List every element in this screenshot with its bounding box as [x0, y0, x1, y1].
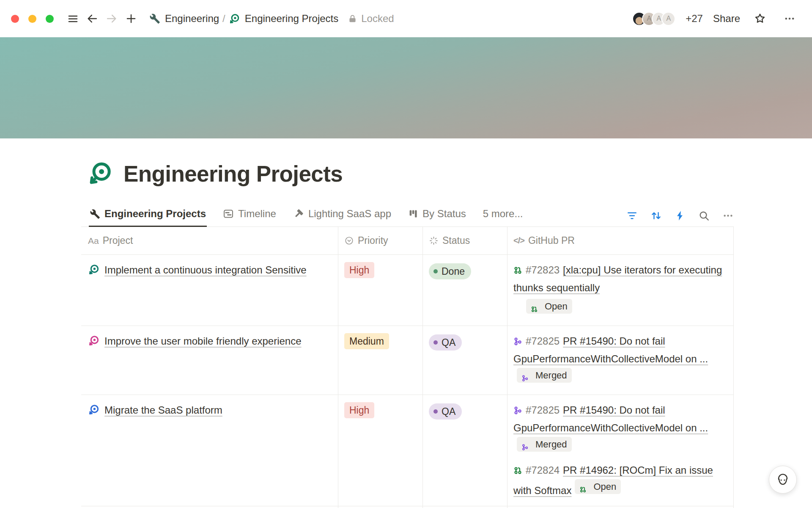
pr-number: #72825: [526, 404, 560, 416]
status-label: Done: [442, 264, 465, 279]
priority-cell[interactable]: High: [338, 395, 423, 506]
search-icon: [699, 210, 710, 221]
locked-indicator[interactable]: Locked: [348, 13, 394, 25]
code-type-icon: </>: [513, 236, 524, 246]
view-options-button[interactable]: [722, 210, 734, 221]
project-title-link[interactable]: Implement a continuous integration Sensi…: [104, 264, 307, 276]
filter-icon: [626, 210, 638, 221]
member-avatars[interactable]: A A A: [632, 12, 675, 26]
page-options-button[interactable]: [780, 9, 799, 28]
github-pr-cell[interactable]: #72825PR #15490: Do not fail GpuPerforma…: [508, 326, 734, 395]
hammer-icon: [293, 208, 304, 219]
back-button[interactable]: [82, 9, 102, 28]
pr-state-label: Merged: [535, 368, 567, 382]
star-icon: [754, 12, 766, 25]
page-title-row: Engineering Projects: [87, 160, 734, 187]
project-title-link[interactable]: Improve the user mobile friendly experie…: [104, 335, 302, 347]
filter-button[interactable]: [626, 210, 638, 221]
tab-timeline[interactable]: Timeline: [222, 204, 277, 227]
page-icon[interactable]: [87, 160, 113, 187]
tab-engineering-projects[interactable]: Engineering Projects: [89, 204, 207, 227]
forward-button[interactable]: [102, 9, 121, 28]
sort-button[interactable]: [650, 210, 662, 221]
view-tabs-bar: Engineering Projects Timeline Lighting S…: [81, 204, 734, 227]
tab-by-status[interactable]: By Status: [407, 204, 467, 227]
breadcrumb-workspace-label: Engineering: [165, 13, 219, 25]
topbar: Engineering / Engineering Projects Locke…: [0, 0, 812, 37]
text-type-icon: Aa: [88, 236, 99, 246]
column-header-github-pr[interactable]: </> GitHub PR: [508, 227, 734, 254]
ai-face-icon: [775, 472, 790, 487]
table-row: Migrate the SaaS platform High QA #72825…: [81, 395, 734, 506]
github-pr-cell[interactable]: [508, 506, 734, 508]
breadcrumb-page-label: Engineering Projects: [245, 13, 338, 25]
breadcrumb-page[interactable]: Engineering Projects: [226, 11, 341, 26]
pr-state-badge: Open: [575, 479, 621, 494]
table-row: Implement a continuous integration Sensi…: [81, 255, 734, 326]
zap-icon: [675, 210, 686, 221]
project-cell[interactable]: Improve the user mobile friendly experie…: [81, 326, 338, 395]
automations-button[interactable]: [675, 210, 686, 221]
notion-ai-button[interactable]: [769, 466, 797, 494]
pr-state-label: Open: [593, 480, 616, 494]
github-pr-cell[interactable]: #72825PR #15490: Do not fail GpuPerforma…: [508, 395, 734, 506]
priority-cell[interactable]: [338, 506, 423, 508]
column-label: Priority: [358, 235, 388, 246]
github-pr-cell[interactable]: #72823[xla:cpu] Use iterators for execut…: [508, 255, 734, 326]
zoom-window-button[interactable]: [46, 15, 54, 23]
project-cell[interactable]: Migrate the SaaS platform: [81, 395, 338, 506]
page-cover: [0, 37, 812, 138]
pr-open-icon: [579, 483, 587, 490]
tab-lighting-saas-app[interactable]: Lighting SaaS app: [292, 204, 392, 227]
status-label: QA: [442, 404, 455, 419]
column-label: GitHub PR: [528, 235, 575, 246]
status-label: QA: [442, 335, 455, 350]
column-header-priority[interactable]: Priority: [338, 227, 423, 254]
priority-cell[interactable]: High: [338, 255, 423, 326]
pr-entry: #72823[xla:cpu] Use iterators for execut…: [513, 261, 725, 319]
project-cell[interactable]: Implement a continuous integration Sensi…: [81, 255, 338, 326]
status-dot: [433, 269, 438, 273]
pr-open-icon: [531, 303, 538, 310]
breadcrumb-workspace[interactable]: Engineering: [147, 11, 222, 26]
avatar[interactable]: A: [661, 12, 675, 26]
priority-cell[interactable]: Medium: [338, 326, 423, 395]
favorite-button[interactable]: [750, 9, 770, 28]
pr-entry: #72825PR #15490: Do not fail GpuPerforma…: [513, 401, 725, 457]
new-page-button[interactable]: [121, 9, 141, 28]
tab-label: Timeline: [238, 208, 276, 220]
priority-badge: High: [344, 402, 374, 418]
pr-entry: #72825PR #15490: Do not fail GpuPerforma…: [513, 332, 725, 388]
table-header: Aa Project Priority Status </> GitHub PR: [81, 227, 734, 255]
pr-state-badge: Open: [526, 299, 572, 314]
tab-label: 5 more...: [483, 208, 523, 220]
plus-icon: [125, 13, 137, 25]
project-cell[interactable]: [81, 506, 338, 508]
tab-more-views[interactable]: 5 more...: [482, 204, 524, 227]
priority-badge: High: [344, 262, 374, 278]
lock-icon: [348, 14, 357, 24]
sidebar-menu-button[interactable]: [63, 9, 82, 28]
project-icon: [88, 334, 100, 346]
search-button[interactable]: [699, 210, 710, 221]
page-title[interactable]: Engineering Projects: [123, 161, 343, 187]
share-button[interactable]: Share: [713, 13, 740, 25]
sort-icon: [650, 210, 662, 221]
minimize-window-button[interactable]: [28, 15, 36, 23]
status-cell[interactable]: [423, 506, 508, 508]
status-cell[interactable]: Done: [423, 255, 508, 326]
status-cell[interactable]: QA: [423, 326, 508, 395]
view-actions: [626, 210, 734, 226]
column-header-project[interactable]: Aa Project: [81, 227, 338, 254]
status-dot: [433, 409, 438, 414]
column-header-status[interactable]: Status: [423, 227, 508, 254]
column-label: Status: [442, 235, 470, 246]
avatar-overflow-count[interactable]: +27: [686, 13, 703, 25]
close-window-button[interactable]: [11, 15, 19, 23]
pr-number: #72824: [526, 464, 560, 476]
status-cell[interactable]: QA: [423, 395, 508, 506]
select-type-icon: [344, 236, 354, 246]
project-title-link[interactable]: Migrate the SaaS platform: [104, 404, 222, 416]
menu-icon: [67, 13, 79, 25]
table-row: Improve the user mobile friendly experie…: [81, 326, 734, 395]
